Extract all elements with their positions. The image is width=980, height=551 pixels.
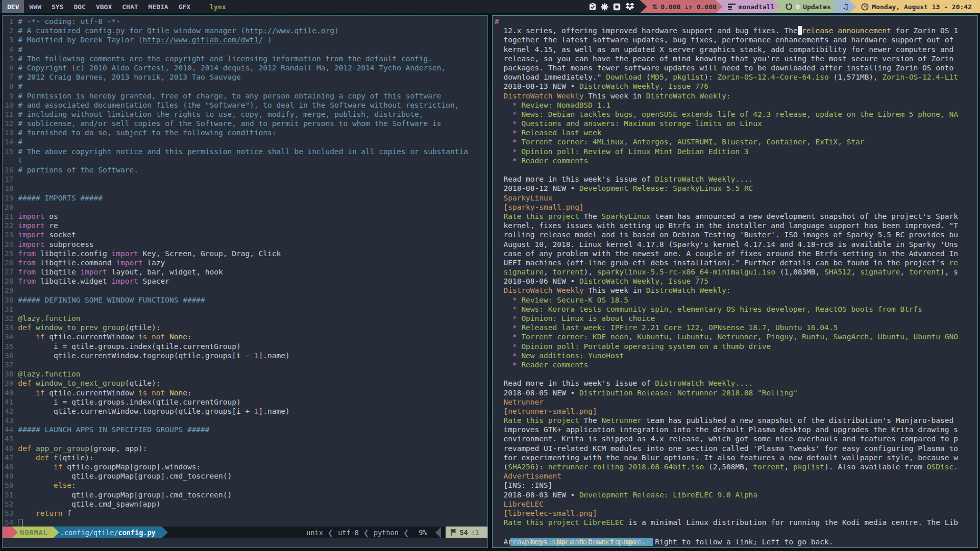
screenshot-icon[interactable] (613, 3, 621, 11)
workspace-vbox[interactable]: VBOX (91, 0, 117, 13)
code-line: 23import socket (3, 230, 487, 239)
code-token: 1 (254, 407, 259, 415)
workspace-www[interactable]: WWW (24, 0, 46, 13)
browser-link[interactable]: Rate this project (495, 416, 579, 424)
browser-link[interactable]: LibreELEC (584, 518, 624, 527)
clipboard-icon[interactable] (589, 3, 596, 11)
code-line: 20 (3, 203, 487, 212)
browser-link[interactable]: OSDisc. (927, 463, 958, 471)
browser-link[interactable]: Rate this project (495, 212, 579, 220)
browser-link[interactable]: DistroWatch Weekly.... (655, 175, 753, 183)
browser-line: kernel, fixes issues with setting up Btr… (493, 221, 977, 230)
lynx-window[interactable]: # 12.x series, offering improved hardwar… (492, 15, 978, 548)
browser-text: August 10, 2018. Linux kernel 4.17.8 (Sp… (495, 240, 958, 248)
vim-window[interactable]: 1# -*- coding: utf-8 -*-2# A customized … (2, 15, 488, 548)
browser-link[interactable]: netrunner-rolling-2018.08-64bit.iso (548, 463, 704, 471)
code-token: import (80, 268, 107, 276)
layout-widget[interactable]: monadtall (716, 0, 780, 13)
browser-link[interactable]: News: Debian tackles bugs, openSUSE exte… (517, 110, 958, 118)
browser-line: 12.x series, offering improved hardware … (493, 26, 977, 35)
browser-link[interactable]: Distribution Release: Netrunner 2018.08 … (579, 389, 798, 397)
browser-text (495, 157, 512, 165)
browser-link[interactable]: Reader comments (517, 361, 589, 369)
browser-line: Rate this project The SparkyLinux team h… (493, 212, 977, 221)
browser-link[interactable]: signature (860, 268, 900, 276)
workspace-media[interactable]: MEDIA (143, 0, 174, 13)
code-line: 14# (3, 137, 487, 146)
browser-link[interactable]: MD5 (651, 73, 664, 81)
browser-text: * (512, 119, 517, 128)
workspace-dev[interactable]: DEV (2, 0, 24, 13)
line-number: 27 (5, 267, 13, 277)
code-token (18, 333, 36, 341)
browser-link[interactable]: SHA512 (824, 268, 851, 276)
browser-link[interactable]: Questions and answers: Maximum storage l… (517, 119, 762, 128)
browser-text: 2018-08-13 NEW • (495, 82, 579, 90)
browser-link[interactable]: Zorin-OS-12.4-Core-64.iso (718, 73, 829, 81)
browser-link[interactable]: torrent (553, 268, 584, 276)
browser-link[interactable]: Rate this project (495, 518, 579, 527)
browser-link[interactable]: re (949, 259, 958, 267)
code-token: l (18, 157, 22, 165)
code-token: not (152, 389, 165, 397)
code-line: 25from libqtile.config import Key, Scree… (3, 249, 487, 258)
browser-line: * Torrent corner: KDE neon, Kubuntu, Lub… (493, 332, 977, 341)
browser-link[interactable]: DistroWatch Weekly: (646, 92, 731, 100)
browser-link[interactable]: Opinion: Linux is about choice (517, 314, 655, 322)
browser-link[interactable]: Released last week (517, 129, 602, 137)
browser-link[interactable]: pkglist (673, 73, 704, 81)
browser-link[interactable]: Development Release: SparkyLinux 5.5 RC (579, 184, 753, 192)
browser-link[interactable]: DistroWatch Weekly, Issue 776 (579, 82, 708, 90)
code-line: 12# sublicense, and/or sell copies of th… (3, 119, 487, 128)
workspace-gfx[interactable]: GFX (174, 0, 195, 13)
updates-widget[interactable]: 0 Updates (773, 0, 837, 13)
browser-link[interactable]: Torrent corner: KDE neon, Kubuntu, Lubun… (517, 333, 958, 341)
browser-link[interactable]: DistroWatch Weekly: (646, 286, 731, 294)
browser-link[interactable]: SHA256 (508, 463, 534, 471)
browser-text: revamped UI-related KCM modules into one… (495, 444, 958, 453)
browser-link[interactable]: New additions: YunoHost (517, 352, 624, 360)
scroll-percent: 9% (419, 529, 427, 537)
browser-link[interactable]: pkglist (793, 463, 824, 471)
browser-link[interactable]: sparkylinux-5.5-rc-x86_64-minimalgui.iso (597, 268, 775, 276)
code-line: 7# 2012 Craig Barnes, 2013 horsik, 2013 … (3, 72, 487, 82)
browser-link[interactable]: Netrunner (602, 416, 642, 424)
browser-link[interactable]: signature (495, 268, 544, 276)
browser-text: SparkyLinux (495, 194, 553, 202)
browser-link[interactable]: Opinion poll: Review of Linux Mint Debia… (517, 147, 749, 156)
separator-icon: ❮ (328, 529, 333, 537)
browser-link[interactable]: torrent (753, 463, 784, 471)
browser-link[interactable]: Download (606, 73, 642, 81)
browser-link[interactable]: Development Release: LibreELEC 9.0 Alpha (579, 491, 757, 499)
separator-icon: ❮ (403, 529, 409, 537)
code-token: : (187, 389, 192, 397)
line-number: 1 (5, 17, 13, 26)
browser-link[interactable]: DistroWatch Weekly, Issue 775 (579, 277, 708, 285)
code-token: window_to_prev_group (31, 323, 125, 332)
browser-link[interactable]: Zorin-OS-12.4-Lit (883, 73, 958, 81)
dropbox-icon[interactable] (625, 3, 634, 11)
browser-link[interactable]: Released last week: IPFire 2.21 Core 122… (517, 323, 838, 332)
file-format: unix (306, 529, 323, 537)
clock-text: Monday, August 13 - 20:42 (872, 3, 972, 11)
browser-link[interactable]: News: Korora tests community spin, eleme… (517, 305, 922, 313)
workspace-chat[interactable]: CHAT (117, 0, 143, 13)
workspace-sys[interactable]: SYS (46, 0, 68, 13)
browser-link[interactable]: Review: Secure-K OS 18.5 (517, 296, 628, 304)
browser-link[interactable]: torrent (909, 268, 940, 276)
browser-link[interactable]: DistroWatch Weekly.... (655, 379, 753, 387)
browser-link[interactable]: Torrent corner: 4MLinux, Antergos, AUSTR… (517, 138, 865, 146)
workspace-doc[interactable]: DOC (68, 0, 90, 13)
browser-selected-link[interactable]: release announcement (802, 27, 891, 35)
code-line: 11# including without limitation the rig… (3, 110, 487, 119)
code-line: 15# The above copyright notice and this … (3, 147, 487, 156)
line-number: 4 (5, 45, 13, 54)
browser-link[interactable]: Review: NomadBSD 1.1 (517, 101, 610, 109)
code-token: os (45, 212, 58, 220)
gear-icon[interactable] (601, 3, 608, 11)
browser-link[interactable]: SparkyLinux (602, 212, 651, 220)
browser-text (579, 518, 584, 527)
code-line: 26from libqtile.command import lazy (3, 258, 487, 267)
browser-link[interactable]: Reader comments (517, 157, 589, 165)
browser-link[interactable]: Opinion poll: Portable operating system … (517, 342, 771, 350)
